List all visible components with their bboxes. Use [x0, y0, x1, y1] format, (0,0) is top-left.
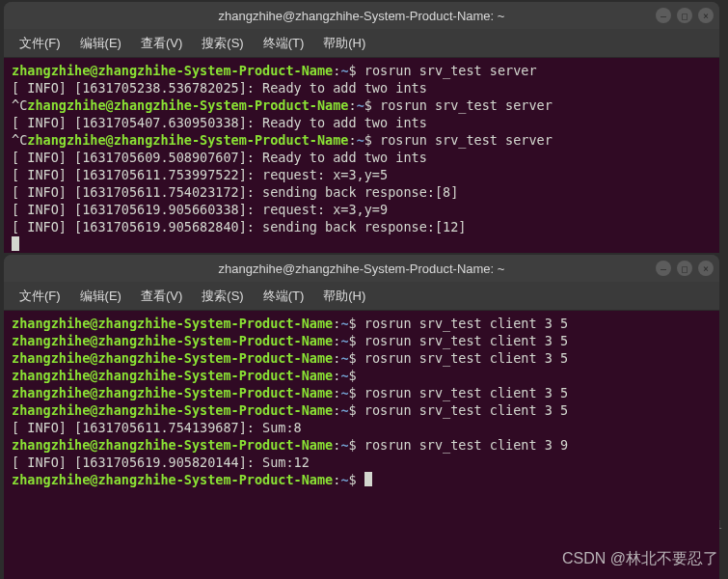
window-title: zhangzhihe@zhangzhihe-System-Product-Nam… — [4, 262, 719, 276]
terminal-body-client[interactable]: zhangzhihe@zhangzhihe-System-Product-Nam… — [4, 311, 719, 579]
menu-help[interactable]: 帮助(H) — [315, 284, 373, 309]
menu-help[interactable]: 帮助(H) — [315, 31, 373, 56]
minimize-icon[interactable]: – — [656, 261, 671, 276]
terminal-window-server: zhangzhihe@zhangzhihe-System-Product-Nam… — [4, 2, 719, 253]
window-title: zhangzhihe@zhangzhihe-System-Product-Nam… — [4, 9, 719, 23]
menu-view[interactable]: 查看(V) — [133, 284, 190, 309]
menubar: 文件(F) 编辑(E) 查看(V) 搜索(S) 终端(T) 帮助(H) — [4, 282, 719, 311]
terminal-window-client: zhangzhihe@zhangzhihe-System-Product-Nam… — [4, 255, 719, 579]
menu-terminal[interactable]: 终端(T) — [256, 284, 312, 309]
menu-edit[interactable]: 编辑(E) — [72, 284, 129, 309]
window-controls: – □ × — [656, 261, 714, 276]
minimize-icon[interactable]: – — [656, 8, 671, 23]
window-controls: – □ × — [656, 8, 714, 23]
maximize-icon[interactable]: □ — [677, 8, 692, 23]
menu-search[interactable]: 搜索(S) — [194, 31, 251, 56]
menu-terminal[interactable]: 终端(T) — [256, 31, 312, 56]
menu-file[interactable]: 文件(F) — [12, 284, 68, 309]
titlebar[interactable]: zhangzhihe@zhangzhihe-System-Product-Nam… — [4, 2, 719, 29]
menu-file[interactable]: 文件(F) — [12, 31, 68, 56]
terminal-body-server[interactable]: zhangzhihe@zhangzhihe-System-Product-Nam… — [4, 58, 719, 253]
titlebar[interactable]: zhangzhihe@zhangzhihe-System-Product-Nam… — [4, 255, 719, 282]
menu-search[interactable]: 搜索(S) — [194, 284, 251, 309]
close-icon[interactable]: × — [698, 8, 714, 23]
close-icon[interactable]: × — [698, 261, 714, 276]
watermark: CSDN @林北不要忍了 — [562, 549, 718, 569]
menubar: 文件(F) 编辑(E) 查看(V) 搜索(S) 终端(T) 帮助(H) — [4, 29, 719, 58]
maximize-icon[interactable]: □ — [677, 261, 692, 276]
menu-view[interactable]: 查看(V) — [133, 31, 190, 56]
menu-edit[interactable]: 编辑(E) — [72, 31, 129, 56]
